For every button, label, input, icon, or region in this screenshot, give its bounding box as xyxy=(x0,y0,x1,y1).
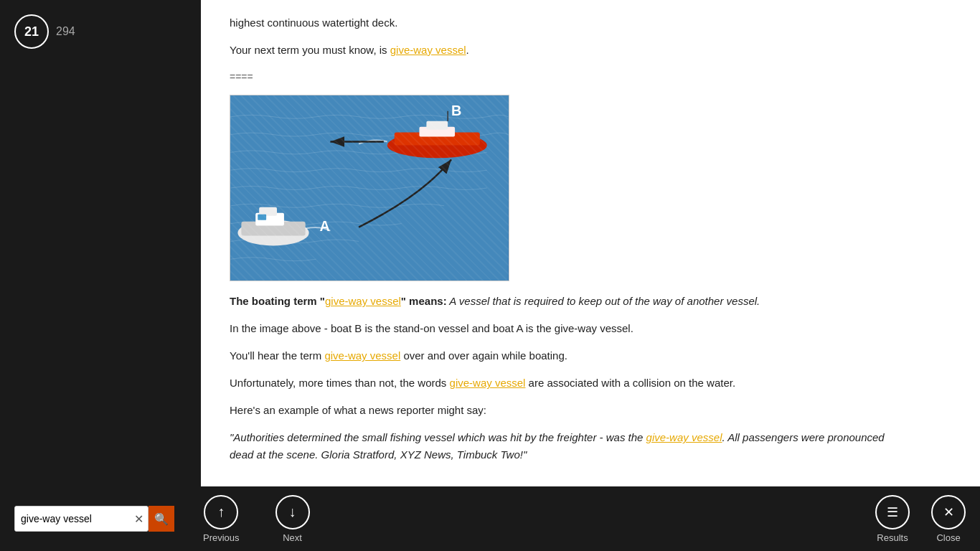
quote-text: "Authorities determined the small fishin… xyxy=(230,431,885,461)
search-icon: 🔍 xyxy=(154,512,169,526)
previous-circle: ↑ xyxy=(204,495,238,529)
paragraph-boat-ab: In the image above - boat B is the stand… xyxy=(230,320,894,337)
next-label: Next xyxy=(283,532,302,543)
give-way-vessel-link-5[interactable]: give-way vessel xyxy=(646,431,722,443)
vessel-diagram-svg: B A xyxy=(230,95,509,281)
main-layout: 21 294 highest continuous watertight dec… xyxy=(0,0,980,486)
previous-button[interactable]: ↑ Previous xyxy=(203,495,240,543)
boat-b-shape xyxy=(359,111,487,158)
svg-rect-7 xyxy=(241,222,305,236)
content-text: highest continuous watertight deck. Your… xyxy=(230,14,894,463)
close-label: Close xyxy=(936,532,960,543)
search-input[interactable] xyxy=(15,507,130,531)
total-pages: 294 xyxy=(56,25,75,38)
next-button[interactable]: ↓ Next xyxy=(275,495,310,543)
left-sidebar: 21 294 xyxy=(0,0,201,486)
vessel-image: B A xyxy=(230,95,509,281)
close-button[interactable]: ✕ Close xyxy=(931,495,966,543)
results-button[interactable]: ☰ Results xyxy=(875,495,910,543)
divider: ==== xyxy=(230,69,894,85)
svg-rect-9 xyxy=(259,207,277,216)
term-definition-italic: A vessel that is required to keep out of… xyxy=(447,295,760,307)
bottom-bar: ✕ 🔍 ↑ Previous ↓ Next ☰ Results xyxy=(0,486,980,551)
term-definition-paragraph: The boating term "give-way vessel" means… xyxy=(230,293,894,310)
paragraph-example-intro: Here's an example of what a news reporte… xyxy=(230,402,894,419)
results-label: Results xyxy=(877,532,908,543)
search-go-button[interactable]: 🔍 xyxy=(149,506,174,532)
search-input-wrapper: ✕ xyxy=(14,506,149,532)
paragraph-hear-term: You'll hear the term give-way vessel ove… xyxy=(230,347,894,364)
svg-point-1 xyxy=(387,133,487,159)
arrow-up-icon: ↑ xyxy=(217,504,225,520)
search-box-container: ✕ 🔍 xyxy=(14,506,174,532)
next-term-paragraph: Your next term you must know, is give-wa… xyxy=(230,42,894,59)
counter-area: 21 294 xyxy=(14,14,75,49)
label-b-text: B xyxy=(451,103,461,118)
right-sidebar xyxy=(923,0,980,486)
label-a-text: A xyxy=(320,218,330,234)
svg-rect-10 xyxy=(258,215,266,220)
ocean-background xyxy=(230,95,509,281)
next-circle: ↓ xyxy=(275,495,310,529)
give-way-vessel-link-2[interactable]: give-way vessel xyxy=(325,295,401,307)
current-page-circle: 21 xyxy=(14,14,49,49)
clear-icon: ✕ xyxy=(134,512,143,526)
paragraph-unfortunately: Unfortunately, more times than not, the … xyxy=(230,375,894,392)
search-clear-button[interactable]: ✕ xyxy=(130,507,148,531)
nav-buttons: ↑ Previous ↓ Next xyxy=(196,495,875,543)
give-way-vessel-link-3[interactable]: give-way vessel xyxy=(324,349,400,362)
results-icon: ☰ xyxy=(887,504,898,520)
svg-rect-2 xyxy=(395,133,480,146)
intro-paragraph: highest continuous watertight deck. xyxy=(230,14,894,32)
results-circle: ☰ xyxy=(875,495,910,529)
quote-paragraph: "Authorities determined the small fishin… xyxy=(230,429,894,463)
svg-point-6 xyxy=(237,220,308,246)
boat-a-shape xyxy=(237,207,330,246)
previous-label: Previous xyxy=(203,532,240,543)
close-circle: ✕ xyxy=(931,495,966,529)
svg-rect-0 xyxy=(231,95,509,281)
current-page-number: 21 xyxy=(24,24,39,39)
give-way-vessel-link-4[interactable]: give-way vessel xyxy=(450,377,526,389)
term-def-bold-start: The boating term "give-way vessel" means… xyxy=(230,295,447,307)
close-icon: ✕ xyxy=(943,504,954,520)
svg-rect-3 xyxy=(419,127,455,137)
arrow-down-icon: ↓ xyxy=(289,504,296,520)
content-area: highest continuous watertight deck. Your… xyxy=(201,0,923,486)
give-way-vessel-link-1[interactable]: give-way vessel xyxy=(390,44,466,56)
right-nav-buttons: ☰ Results ✕ Close xyxy=(875,495,966,543)
svg-rect-8 xyxy=(255,213,284,226)
svg-rect-4 xyxy=(426,121,448,130)
